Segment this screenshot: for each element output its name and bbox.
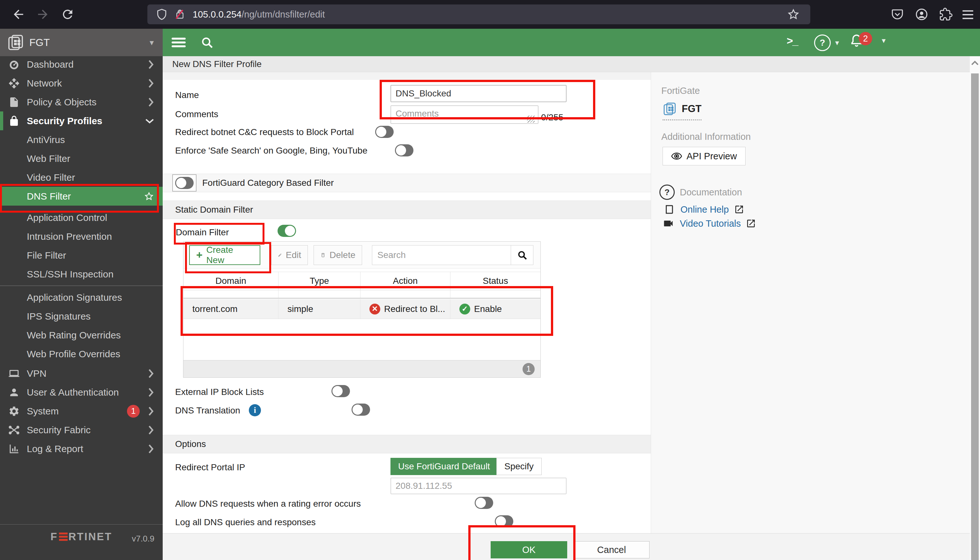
online-help-link[interactable]: Online Help xyxy=(681,204,729,215)
sidebar-item-network[interactable]: Network xyxy=(0,74,163,93)
sidebar-item-web-rating-overrides[interactable]: Web Rating Overrides xyxy=(0,326,163,345)
url-text: 105.0.0.254/ng/utm/dnsfilter/edit xyxy=(193,9,325,20)
url-bar[interactable]: 105.0.0.254/ng/utm/dnsfilter/edit xyxy=(147,5,810,24)
forward-icon[interactable] xyxy=(36,7,50,22)
extensions-icon[interactable] xyxy=(939,8,953,21)
dns-translation-label: DNS Translation xyxy=(175,405,240,416)
sidebar-item-video-filter[interactable]: Video Filter xyxy=(0,168,163,187)
device-switch-caret-icon[interactable]: ▾ xyxy=(149,38,154,48)
comments-label: Comments xyxy=(175,109,218,119)
insecure-lock-icon[interactable] xyxy=(174,8,186,20)
name-input[interactable] xyxy=(390,85,566,102)
online-help-row: Online Help xyxy=(664,204,744,215)
table-filter-row xyxy=(183,290,540,298)
bookmark-star-icon[interactable] xyxy=(787,8,799,20)
sidebar-item-application-control[interactable]: Application Control xyxy=(0,208,163,227)
account-icon[interactable] xyxy=(915,8,929,21)
browser-menu-icon[interactable] xyxy=(962,10,974,20)
allow-rating-error-toggle[interactable] xyxy=(475,497,493,509)
additional-info-label: Additional Information xyxy=(661,132,751,142)
dns-translation-toggle[interactable] xyxy=(352,403,370,416)
cancel-button[interactable]: Cancel xyxy=(573,541,649,558)
external-link-icon[interactable] xyxy=(746,218,756,228)
col-type[interactable]: Type xyxy=(279,272,360,290)
table-pagination-bar: 1 xyxy=(183,360,540,377)
table-row[interactable]: torrent.com simple ✕ Redirect to Bl... ✓… xyxy=(183,299,540,319)
table-search-input[interactable] xyxy=(372,245,511,265)
domain-filter-toggle[interactable] xyxy=(277,225,296,237)
scrollbar-thumb[interactable] xyxy=(971,73,979,560)
sidebar-item-dns-filter[interactable]: DNS Filter xyxy=(0,187,163,206)
page-title-bar: New DNS Filter Profile xyxy=(163,56,970,72)
api-preview-button[interactable]: API Preview xyxy=(663,147,746,165)
help-menu[interactable]: ? ▾ xyxy=(814,35,839,51)
col-status[interactable]: Status xyxy=(450,272,540,290)
sidebar-item-intrusion-prevention[interactable]: Intrusion Prevention xyxy=(0,227,163,246)
device-header[interactable]: FGT ▾ xyxy=(0,29,163,56)
domain-filter-label: Domain Filter xyxy=(176,227,229,238)
col-action[interactable]: Action xyxy=(360,272,450,290)
category-filter-toggle[interactable] xyxy=(175,177,194,189)
nav-collapse-icon[interactable] xyxy=(172,36,186,49)
tracking-shield-icon[interactable] xyxy=(156,8,168,20)
sidebar-item-vpn[interactable]: VPN xyxy=(0,364,163,383)
sidebar-item-application-signatures[interactable]: Application Signatures xyxy=(0,288,163,307)
external-ip-toggle[interactable] xyxy=(331,385,350,397)
log-queries-toggle[interactable] xyxy=(495,515,513,527)
scrollbar-track[interactable] xyxy=(970,56,980,560)
comments-input[interactable] xyxy=(390,105,538,124)
sidebar-item-policy-objects[interactable]: Policy & Objects xyxy=(0,93,163,112)
sidebar-item-user-authentication[interactable]: User & Authentication xyxy=(0,383,163,402)
active-section-bar xyxy=(0,112,3,130)
info-icon[interactable]: i xyxy=(249,404,261,416)
bell-icon[interactable]: 2 xyxy=(849,33,864,48)
notification-badge: 2 xyxy=(859,32,872,45)
sidebar-item-web-profile-overrides[interactable]: Web Profile Overrides xyxy=(0,345,163,363)
video-tutorials-link[interactable]: Video Tutorials xyxy=(680,218,741,229)
sidebar-item-security-fabric[interactable]: Security Fabric xyxy=(0,420,163,439)
notifications-menu[interactable]: 2 ▾ xyxy=(849,33,885,48)
sidebar-item-log-report[interactable]: Log & Report xyxy=(0,439,163,458)
help-icon[interactable]: ? xyxy=(814,35,831,51)
table-search-button[interactable] xyxy=(511,245,533,265)
sidebar-item-ssl-ssh-inspection[interactable]: SSL/SSH Inspection xyxy=(0,265,163,283)
sidebar-item-antivirus[interactable]: AntiVirus xyxy=(0,130,163,149)
safesearch-toggle[interactable] xyxy=(395,144,414,157)
back-icon[interactable] xyxy=(12,7,25,22)
chevron-up-icon[interactable] xyxy=(972,59,978,67)
sidebar-item-file-filter[interactable]: File Filter xyxy=(0,246,163,265)
col-domain[interactable]: Domain xyxy=(183,272,279,290)
magnifier-icon xyxy=(517,250,528,260)
cell-domain: torrent.com xyxy=(183,299,279,318)
pocket-icon[interactable] xyxy=(891,8,904,21)
sidebar-item-web-filter[interactable]: Web Filter xyxy=(0,149,163,168)
sidebar-item-system[interactable]: System 1 xyxy=(0,402,163,420)
fortigate-section-label: FortiGate xyxy=(661,85,700,96)
portal-specify-button[interactable]: Specify xyxy=(497,458,541,475)
cli-console-icon[interactable]: >_ xyxy=(787,35,798,47)
create-new-button[interactable]: + Create New xyxy=(189,245,260,265)
ok-button[interactable]: OK xyxy=(491,541,567,558)
sidebar-item-security-profiles[interactable]: Security Profiles xyxy=(0,112,163,130)
external-link-icon[interactable] xyxy=(734,204,744,215)
fortigate-logo-icon xyxy=(7,33,25,52)
delete-button[interactable]: Delete xyxy=(314,245,362,265)
options-label: Options xyxy=(175,439,206,449)
page-title: New DNS Filter Profile xyxy=(172,59,262,69)
portal-default-button[interactable]: Use FortiGuard Default xyxy=(390,458,498,475)
search-icon[interactable] xyxy=(200,36,214,49)
block-icon: ✕ xyxy=(369,303,380,315)
edit-button[interactable]: Edit xyxy=(271,245,308,265)
refresh-icon[interactable] xyxy=(61,7,75,22)
sidebar-item-ips-signatures[interactable]: IPS Signatures xyxy=(0,307,163,326)
page-number-badge[interactable]: 1 xyxy=(523,363,535,375)
domain-filter-table: + Create New Edit Delete Domain Type Act… xyxy=(183,242,541,378)
resize-handle-icon[interactable] xyxy=(527,115,535,123)
favorite-star-icon[interactable] xyxy=(144,192,154,201)
portal-ip-input[interactable] xyxy=(390,478,566,494)
device-link[interactable]: FGT xyxy=(663,102,701,120)
allow-rating-error-label: Allow DNS requests when a rating error o… xyxy=(175,499,361,509)
pencil-icon xyxy=(278,251,282,260)
botnet-redirect-toggle[interactable] xyxy=(375,126,394,138)
sidebar-item-dashboard[interactable]: Dashboard xyxy=(0,55,163,74)
